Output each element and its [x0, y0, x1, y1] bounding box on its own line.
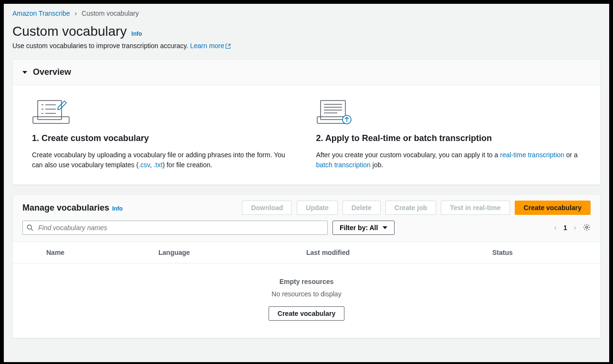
download-button[interactable]: Download — [242, 201, 292, 215]
breadcrumb-current: Custom vocabulary — [82, 10, 139, 17]
delete-button[interactable]: Delete — [343, 201, 381, 215]
empty-state: Empty resources No resources to display … — [13, 263, 600, 338]
overview-header[interactable]: Overview — [13, 60, 600, 85]
col-status[interactable]: Status — [492, 249, 591, 256]
step1-title: 1. Create custom vocabulary — [32, 133, 297, 143]
search-wrap — [22, 221, 328, 235]
col-language[interactable]: Language — [158, 249, 306, 256]
info-link-manage[interactable]: Info — [112, 205, 123, 212]
breadcrumb-root[interactable]: Amazon Transcribe — [12, 10, 70, 17]
create-job-button[interactable]: Create job — [385, 201, 436, 215]
empty-create-button[interactable]: Create vocabulary — [269, 306, 344, 321]
svg-line-16 — [31, 229, 33, 231]
empty-title: Empty resources — [13, 278, 600, 285]
table-header: Name Language Last modified Status — [13, 242, 600, 263]
filter-label: Filter by: All — [340, 224, 378, 232]
filter-dropdown[interactable]: Filter by: All — [332, 221, 395, 235]
breadcrumb: Amazon Transcribe › Custom vocabulary — [4, 4, 609, 19]
svg-point-17 — [586, 226, 588, 228]
batch-link[interactable]: batch transcription — [316, 161, 371, 169]
page-description: Use custom vocabularies to improve trans… — [12, 42, 601, 50]
manage-title: Manage vocabularies — [22, 203, 109, 213]
txt-link[interactable]: .txt — [154, 161, 163, 169]
page-number: 1 — [563, 224, 567, 232]
col-modified[interactable]: Last modified — [306, 249, 492, 256]
learn-more-link[interactable]: Learn more — [190, 42, 231, 50]
realtime-link[interactable]: real-time transcription — [500, 151, 564, 159]
action-buttons: Download Update Delete Create job Test i… — [242, 201, 591, 215]
step1-text: Create vocabulary by uploading a vocabul… — [32, 150, 297, 170]
step2-title: 2. Apply to Real-time or batch transcrip… — [316, 133, 582, 143]
info-link-header[interactable]: Info — [132, 30, 142, 37]
create-vocabulary-button[interactable]: Create vocabulary — [515, 201, 591, 215]
manage-panel: Manage vocabularies Info Download Update… — [12, 194, 601, 338]
empty-subtitle: No resources to display — [13, 290, 600, 298]
svg-rect-0 — [33, 117, 69, 123]
desc-text: Use custom vocabularies to improve trans… — [12, 42, 190, 50]
svg-point-15 — [27, 225, 31, 229]
overview-panel: Overview — [12, 59, 601, 185]
settings-button[interactable] — [583, 223, 591, 233]
next-page-button[interactable]: › — [574, 223, 576, 232]
page-header: Custom vocabulary Info Use custom vocabu… — [4, 19, 609, 59]
gear-icon — [583, 223, 591, 231]
overview-title: Overview — [33, 67, 71, 77]
overview-step-1: 1. Create custom vocabulary Create vocab… — [32, 99, 297, 170]
search-icon — [27, 224, 33, 231]
step2-text: After you create your custom vocabulary,… — [316, 150, 582, 170]
caret-down-icon — [22, 71, 27, 74]
document-upload-icon — [316, 99, 582, 125]
pagination: ‹ 1 › — [554, 223, 591, 233]
overview-step-2: 2. Apply to Real-time or batch transcrip… — [316, 99, 582, 170]
test-realtime-button[interactable]: Test in real-time — [441, 201, 509, 215]
csv-link[interactable]: .csv — [138, 161, 150, 169]
external-link-icon — [225, 43, 231, 49]
update-button[interactable]: Update — [297, 201, 337, 215]
prev-page-button[interactable]: ‹ — [554, 223, 557, 232]
col-name[interactable]: Name — [46, 249, 158, 256]
document-edit-icon — [32, 99, 297, 125]
search-input[interactable] — [22, 221, 328, 235]
caret-down-icon — [383, 226, 387, 229]
breadcrumb-sep: › — [75, 10, 77, 17]
page-title: Custom vocabulary — [12, 24, 127, 39]
